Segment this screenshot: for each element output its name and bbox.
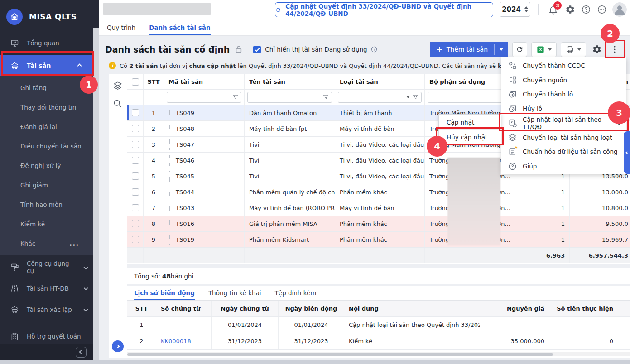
tab-attachments[interactable]: Tệp đính kèm <box>275 289 317 300</box>
menu-item-convert-source[interactable]: Chuyển nguồn <box>501 73 626 87</box>
more-options-button[interactable] <box>597 5 608 15</box>
table-row[interactable]: 8 TS016 Giá trị phần mềm MISA Phần mềm k… <box>127 216 630 232</box>
sidebar-subitem-kiem-ke[interactable]: Kiểm kê <box>0 214 93 234</box>
sidebar-item-established-assets[interactable]: Tài sản xác lập <box>0 299 99 320</box>
add-asset-button[interactable]: +Thêm tài sản <box>430 42 508 57</box>
sidebar-subitem-danh-gia-lai[interactable]: Đánh giá lại <box>0 117 93 136</box>
menu-item-update-asset-type[interactable]: Cập nhật loại tài sản theo TT/QĐ <box>501 116 626 130</box>
page-bottom-edge <box>0 360 630 364</box>
sidebar-subitem-tinh-hao-mon[interactable]: Tính hao mòn <box>0 195 93 214</box>
filter-input-name[interactable] <box>247 92 332 103</box>
in-use-filter-checkbox[interactable] <box>253 46 261 53</box>
row-checkbox[interactable] <box>132 172 139 180</box>
row-checkbox[interactable] <box>132 188 139 196</box>
sidebar-subitem-ghi-tang[interactable]: Ghi tăng <box>0 78 93 97</box>
tab-asset-list[interactable]: Danh sách tài sản <box>149 24 210 35</box>
menu-item-normalize-data[interactable]: ★ Chuẩn hóa dữ liệu tài sản công <box>501 145 626 159</box>
col-type[interactable]: Loại tài sản <box>335 74 425 89</box>
menu-item-help[interactable]: Giúp <box>501 159 626 173</box>
row-checkbox[interactable] <box>132 141 139 148</box>
row-checkbox[interactable] <box>132 204 139 211</box>
sidebar-subitem-thay-doi-thong-tin[interactable]: Thay đổi thông tin <box>0 97 93 117</box>
notifications-button[interactable]: 3 <box>548 5 559 15</box>
menu-item-cancel-batch[interactable]: Hủy lô <box>501 101 626 116</box>
sidebar-item-overview[interactable]: Tổng quan <box>0 34 99 53</box>
col-code[interactable]: Mã tài sản <box>164 74 245 89</box>
table-row[interactable]: 7 TS043 Máy vi tính để bàn (ROBO PRO ...… <box>127 200 630 216</box>
asset-icon <box>10 61 19 71</box>
filter-input-dept[interactable] <box>428 92 512 103</box>
row-checkbox[interactable] <box>132 109 139 116</box>
summary-price: 6.957.544.3 <box>570 248 630 263</box>
record-count-bar: Tổng số: 48 bản ghi <box>127 268 630 284</box>
row-checkbox[interactable] <box>132 236 139 243</box>
tab-process[interactable]: Quy trình <box>107 24 135 35</box>
sidebar-subitem-ghi-giam[interactable]: Ghi giảm <box>0 175 93 195</box>
sidebar-item-tools[interactable]: Công cụ dụng cụ <box>0 257 99 278</box>
expand-panel-button[interactable] <box>112 340 124 352</box>
menu-item-huy-cap-nhat[interactable]: Hủy cập nhật <box>439 129 501 144</box>
sidebar-item-infrastructure-assets[interactable]: Tài sản HT-ĐB <box>0 278 99 299</box>
user-avatar[interactable] <box>612 2 627 17</box>
app-logo-icon <box>6 9 23 25</box>
more-icon: ... <box>70 240 79 247</box>
app-name: MISA QLTS <box>29 12 77 21</box>
menu-item-convert-batch[interactable]: Chuyển thành lô <box>501 87 626 101</box>
history-row[interactable]: 2 KK000018 31/12/2023 31/12/2023 Kiểm kê… <box>127 333 630 350</box>
detail-tabs: Lịch sử biến động Thông tin kê khai Tệp … <box>127 286 630 301</box>
tab-declaration-info[interactable]: Thông tin kê khai <box>208 289 261 300</box>
row-checkbox[interactable] <box>132 157 139 164</box>
warning-info-icon: i <box>109 62 116 69</box>
filter-input-type[interactable] <box>338 92 422 103</box>
help-button[interactable] <box>581 5 592 15</box>
filter-input-code[interactable] <box>167 92 241 103</box>
sidebar-item-settlement-support[interactable]: Hỗ trợ quyết toán <box>0 327 99 346</box>
year-stepper[interactable] <box>524 6 528 12</box>
table-row[interactable]: 6 TS044 Phần mềm quản lý chế độ chín... … <box>127 184 630 200</box>
submenu-arrow-icon <box>616 121 621 125</box>
sidebar-footer <box>0 344 93 360</box>
app-logo: MISA QLTS <box>0 0 99 27</box>
scrollbar-thumb[interactable] <box>127 353 553 356</box>
sidebar: MISA QLTS Tổng quan Tài sản Ghi tăng Tha… <box>0 0 99 360</box>
assets-submenu: Ghi tăng Thay đổi thông tin Đánh giá lại… <box>0 76 93 255</box>
table-row[interactable]: 9 TS019 Phần mềm Kidsmart Phần mềm khác … <box>127 232 630 248</box>
menu-item-cap-nhat[interactable]: Cập nhật <box>439 115 501 129</box>
col-stt[interactable]: STT <box>144 74 164 89</box>
history-row[interactable]: 1 01/01/2024 01/01/2024 Cập nhật loại tà… <box>127 317 630 333</box>
sidebar-subitem-khac[interactable]: Khác... <box>0 234 93 253</box>
select-all-checkbox[interactable] <box>132 78 139 86</box>
col-name[interactable]: Tên tài sản <box>245 74 335 89</box>
collapse-side-panel-button[interactable] <box>624 131 630 174</box>
more-actions-button[interactable] <box>608 42 621 57</box>
settings-button[interactable] <box>565 5 576 15</box>
sidebar-scrollbar-gutter[interactable] <box>93 28 99 360</box>
sidebar-collapse-button[interactable] <box>76 347 87 358</box>
record-count: 48 <box>162 273 171 280</box>
sidebar-item-assets[interactable]: Tài sản <box>0 55 93 76</box>
sidebar-subitem-dieu-chuyen-tai-san[interactable]: Điều chuyển tài sản <box>0 136 93 156</box>
chevron-down-icon <box>84 265 88 269</box>
group-layers-icon[interactable] <box>113 81 123 91</box>
print-button[interactable] <box>561 42 586 57</box>
menu-item-bulk-type-transfer[interactable]: Chuyển loại tài sản hàng loạt <box>501 130 626 145</box>
row-checkbox[interactable] <box>132 220 139 227</box>
document-link[interactable]: KK000018 <box>161 338 191 345</box>
add-asset-dropdown[interactable] <box>495 42 508 57</box>
table-settings-button[interactable] <box>590 42 604 57</box>
convert-ccdc-icon <box>508 61 517 70</box>
year-selector[interactable]: 2024 <box>500 2 530 17</box>
refresh-button[interactable] <box>512 42 527 57</box>
search-icon[interactable] <box>113 99 123 109</box>
info-icon[interactable] <box>370 46 378 53</box>
update-decision-button[interactable]: Cập nhật Quyết định 33/2024/QĐ-UBND và Q… <box>275 2 493 17</box>
road-icon <box>10 283 19 293</box>
lock-open-icon[interactable] <box>234 45 243 54</box>
sidebar-subitem-de-nghi-xu-ly[interactable]: Đề nghị xử lý <box>0 156 93 175</box>
horizontal-scrollbar[interactable] <box>127 352 630 356</box>
tab-history[interactable]: Lịch sử biến động <box>134 289 195 300</box>
chevron-down-icon <box>84 286 88 291</box>
row-checkbox[interactable] <box>132 125 139 132</box>
export-excel-button[interactable] <box>531 42 557 57</box>
menu-item-convert-ccdc[interactable]: Chuyển thành CCDC <box>501 58 626 73</box>
